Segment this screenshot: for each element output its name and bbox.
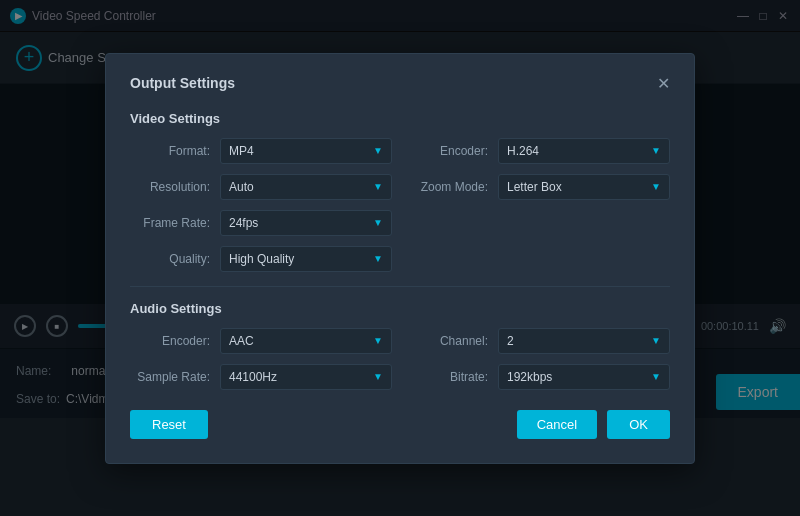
format-value: MP4	[229, 144, 254, 158]
modal-title: Output Settings	[130, 75, 235, 91]
audio-encoder-value: AAC	[229, 334, 254, 348]
frame-rate-label: Frame Rate:	[130, 216, 210, 230]
bitrate-label: Bitrate:	[408, 370, 488, 384]
output-settings-modal: Output Settings ✕ Video Settings Format:…	[105, 53, 695, 464]
sample-rate-value: 44100Hz	[229, 370, 277, 384]
quality-label: Quality:	[130, 252, 210, 266]
format-arrow-icon: ▼	[373, 145, 383, 156]
audio-encoder-arrow-icon: ▼	[373, 335, 383, 346]
resolution-row: Resolution: Auto ▼	[130, 174, 392, 200]
sample-rate-arrow-icon: ▼	[373, 371, 383, 382]
zoom-mode-label: Zoom Mode:	[408, 180, 488, 194]
modal-close-button[interactable]: ✕	[657, 74, 670, 93]
channel-select[interactable]: 2 ▼	[498, 328, 670, 354]
encoder-row: Encoder: H.264 ▼	[408, 138, 670, 164]
frame-rate-select[interactable]: 24fps ▼	[220, 210, 392, 236]
modal-header: Output Settings ✕	[130, 74, 670, 93]
sample-rate-label: Sample Rate:	[130, 370, 210, 384]
frame-rate-arrow-icon: ▼	[373, 217, 383, 228]
zoom-mode-select[interactable]: Letter Box ▼	[498, 174, 670, 200]
sample-rate-select[interactable]: 44100Hz ▼	[220, 364, 392, 390]
zoom-mode-value: Letter Box	[507, 180, 562, 194]
audio-settings-title: Audio Settings	[130, 301, 670, 316]
channel-arrow-icon: ▼	[651, 335, 661, 346]
encoder-label: Encoder:	[408, 144, 488, 158]
sample-rate-row: Sample Rate: 44100Hz ▼	[130, 364, 392, 390]
encoder-value: H.264	[507, 144, 539, 158]
encoder-arrow-icon: ▼	[651, 145, 661, 156]
audio-encoder-row: Encoder: AAC ▼	[130, 328, 392, 354]
resolution-select[interactable]: Auto ▼	[220, 174, 392, 200]
quality-arrow-icon: ▼	[373, 253, 383, 264]
channel-value: 2	[507, 334, 514, 348]
audio-encoder-select[interactable]: AAC ▼	[220, 328, 392, 354]
encoder-select[interactable]: H.264 ▼	[498, 138, 670, 164]
frame-rate-row: Frame Rate: 24fps ▼	[130, 210, 392, 236]
quality-row: Quality: High Quality ▼	[130, 246, 392, 272]
video-settings-title: Video Settings	[130, 111, 670, 126]
video-settings-grid: Format: MP4 ▼ Encoder: H.264 ▼ Resolutio…	[130, 138, 670, 272]
format-label: Format:	[130, 144, 210, 158]
channel-row: Channel: 2 ▼	[408, 328, 670, 354]
modal-footer: Reset Cancel OK	[130, 410, 670, 439]
resolution-arrow-icon: ▼	[373, 181, 383, 192]
modal-overlay: Output Settings ✕ Video Settings Format:…	[0, 0, 800, 516]
bitrate-arrow-icon: ▼	[651, 371, 661, 382]
bitrate-row: Bitrate: 192kbps ▼	[408, 364, 670, 390]
format-select[interactable]: MP4 ▼	[220, 138, 392, 164]
zoom-mode-row: Zoom Mode: Letter Box ▼	[408, 174, 670, 200]
frame-rate-value: 24fps	[229, 216, 258, 230]
zoom-mode-arrow-icon: ▼	[651, 181, 661, 192]
resolution-label: Resolution:	[130, 180, 210, 194]
ok-button[interactable]: OK	[607, 410, 670, 439]
cancel-button[interactable]: Cancel	[517, 410, 597, 439]
quality-select[interactable]: High Quality ▼	[220, 246, 392, 272]
bitrate-value: 192kbps	[507, 370, 552, 384]
quality-value: High Quality	[229, 252, 294, 266]
resolution-value: Auto	[229, 180, 254, 194]
audio-settings-grid: Encoder: AAC ▼ Channel: 2 ▼ Sample Rate:…	[130, 328, 670, 390]
format-row: Format: MP4 ▼	[130, 138, 392, 164]
channel-label: Channel:	[408, 334, 488, 348]
reset-button[interactable]: Reset	[130, 410, 208, 439]
section-divider	[130, 286, 670, 287]
modal-action-buttons: Cancel OK	[517, 410, 670, 439]
bitrate-select[interactable]: 192kbps ▼	[498, 364, 670, 390]
audio-encoder-label: Encoder:	[130, 334, 210, 348]
